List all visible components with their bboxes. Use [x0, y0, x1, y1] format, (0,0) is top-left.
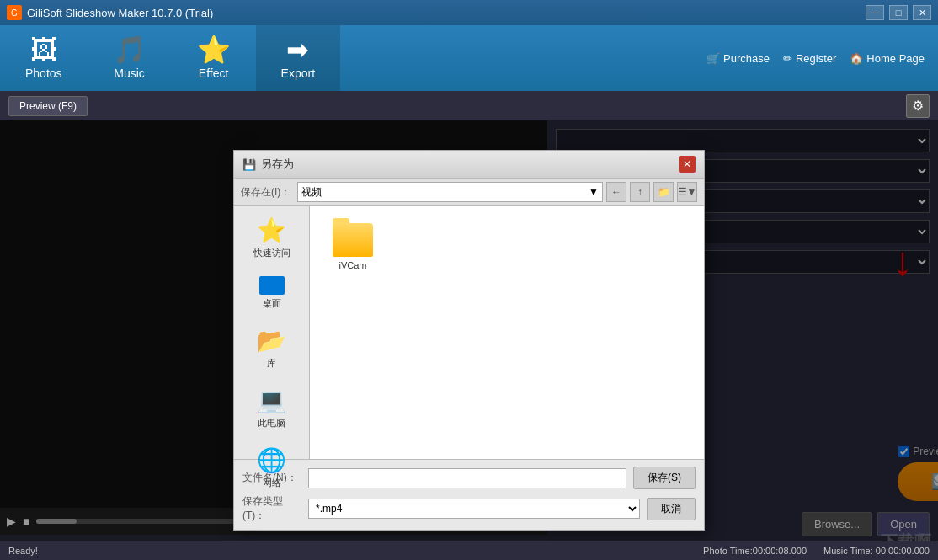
settings-button[interactable]: ⚙	[906, 94, 930, 118]
desktop-icon	[259, 276, 285, 295]
dialog-icon: 💾	[242, 158, 256, 171]
save-in-value: 视频	[301, 185, 322, 200]
library-icon: 📂	[257, 327, 286, 355]
dialog-content: iVCam	[310, 206, 704, 459]
folder-ivcam[interactable]: iVCam	[323, 220, 382, 274]
purchase-link[interactable]: 🛒 Purchase	[706, 52, 770, 65]
toolbar-export[interactable]: ➡ Export	[256, 25, 340, 91]
dialog-title-label: 另存为	[261, 157, 294, 172]
view-options-button[interactable]: ☰▼	[677, 182, 697, 202]
quick-access-icon: ⭐	[257, 216, 286, 244]
save-in-select[interactable]: 视频 ▼	[297, 182, 603, 202]
homepage-icon: 🏠	[850, 52, 863, 65]
this-pc-icon: 💻	[257, 387, 286, 414]
music-icon: 🎵	[113, 36, 147, 63]
filetype-row: 保存类型(T)： *.mp4 取消	[242, 494, 696, 523]
dialog-sidebar: ⭐ 快速访问 桌面 📂 库 💻 此电脑	[234, 206, 310, 459]
filename-input[interactable]	[308, 468, 626, 488]
minimize-button[interactable]: ─	[866, 5, 884, 20]
toolbar-effect[interactable]: ⭐ Effect	[172, 25, 256, 91]
export-icon: ➡	[286, 36, 309, 63]
dialog-toolbar: 保存在(I)： 视频 ▼ ← ↑ 📁 ☰▼	[234, 179, 704, 206]
desktop-label: 桌面	[263, 297, 281, 310]
purchase-label: Purchase	[723, 52, 770, 65]
register-label: Register	[796, 52, 836, 65]
quick-access-label: 快速访问	[253, 247, 290, 259]
photos-label: Photos	[25, 67, 62, 80]
photos-icon: 🖼	[30, 36, 57, 63]
dialog-body: ⭐ 快速访问 桌面 📂 库 💻 此电脑	[234, 206, 704, 459]
dialog-close-button[interactable]: ✕	[679, 156, 696, 173]
filename-row: 文件名(N)： 保存(S)	[242, 467, 696, 489]
status-ready: Ready!	[8, 546, 38, 556]
dialog-save-button[interactable]: 保存(S)	[633, 467, 696, 489]
homepage-link[interactable]: 🏠 Home Page	[850, 52, 925, 65]
toolbar-photos[interactable]: 🖼 Photos	[0, 25, 88, 91]
dialog-footer: 文件名(N)： 保存(S) 保存类型(T)： *.mp4 取消	[234, 459, 704, 530]
library-label: 库	[267, 357, 276, 370]
homepage-label: Home Page	[866, 52, 925, 65]
maximize-button[interactable]: □	[889, 5, 908, 20]
sidebar-library[interactable]: 📂 库	[238, 323, 306, 373]
register-icon: ✏	[783, 52, 792, 65]
statusbar: Ready! Photo Time:00:00:08.000 Music Tim…	[0, 541, 938, 560]
new-folder-button[interactable]: 📁	[653, 182, 674, 202]
nav-up-button[interactable]: ↑	[630, 182, 650, 202]
app-title: GiliSoft Slideshow Maker 10.7.0 (Trial)	[27, 7, 213, 19]
dialog-titlebar: 💾 另存为 ✕	[234, 151, 704, 179]
toolbar-right: 🛒 Purchase ✏ Register 🏠 Home Page	[693, 25, 938, 91]
music-time: Music Time: 00:00:00.000	[823, 546, 930, 556]
export-label: Export	[281, 67, 315, 80]
titlebar: G GiliSoft Slideshow Maker 10.7.0 (Trial…	[0, 0, 938, 25]
music-label: Music	[114, 67, 145, 80]
dialog-cancel-button[interactable]: 取消	[647, 498, 696, 520]
sidebar-desktop[interactable]: 桌面	[238, 273, 306, 313]
sidebar-quick-access[interactable]: ⭐ 快速访问	[238, 213, 306, 263]
register-link[interactable]: ✏ Register	[783, 52, 836, 65]
app-icon: G	[7, 5, 22, 20]
save-as-dialog: 💾 另存为 ✕ 保存在(I)： 视频 ▼ ← ↑ 📁 ☰▼	[233, 150, 705, 531]
this-pc-label: 此电脑	[258, 417, 285, 429]
effect-label: Effect	[199, 67, 229, 80]
actionbar: Preview (F9) ⚙	[0, 91, 938, 120]
titlebar-left: G GiliSoft Slideshow Maker 10.7.0 (Trial…	[7, 5, 213, 20]
toolbar: 🖼 Photos 🎵 Music ⭐ Effect ➡ Export 🛒 Pur…	[0, 25, 938, 91]
purchase-icon: 🛒	[706, 52, 720, 65]
sidebar-this-pc[interactable]: 💻 此电脑	[238, 383, 306, 433]
filetype-select[interactable]: *.mp4	[308, 499, 640, 519]
filename-label: 文件名(N)：	[242, 471, 301, 485]
main-area: ▶ ▶ ■ Save to: C:\Users\pc\Videos\slide.…	[0, 120, 938, 560]
nav-back-button[interactable]: ←	[606, 182, 626, 202]
filetype-label: 保存类型(T)：	[242, 494, 301, 523]
toolbar-music[interactable]: 🎵 Music	[88, 25, 172, 91]
folder-ivcam-label: iVCam	[338, 260, 366, 270]
folder-ivcam-icon	[333, 223, 373, 257]
effect-icon: ⭐	[197, 36, 231, 63]
save-in-label: 保存在(I)：	[241, 185, 290, 200]
save-in-chevron: ▼	[589, 186, 599, 198]
titlebar-controls: ─ □ ✕	[866, 5, 931, 20]
photo-time: Photo Time:00:00:08.000	[703, 546, 807, 556]
preview-button[interactable]: Preview (F9)	[8, 96, 88, 116]
dialog-overlay: 💾 另存为 ✕ 保存在(I)： 视频 ▼ ← ↑ 📁 ☰▼	[0, 120, 938, 560]
close-button[interactable]: ✕	[913, 5, 931, 20]
